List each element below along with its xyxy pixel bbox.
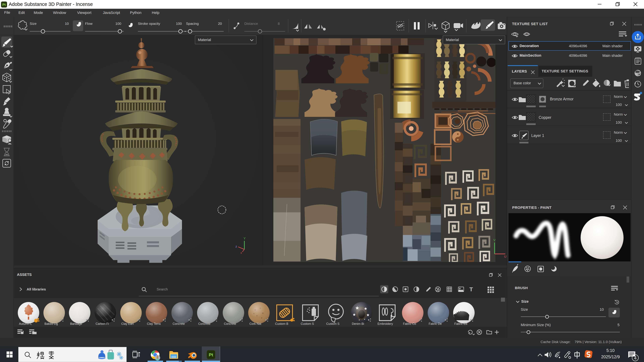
svg-text:Pt: Pt: [209, 352, 213, 357]
svg-text:4: 4: [634, 356, 636, 361]
svg-text:T: T: [470, 286, 473, 293]
svg-text:Spacing: Spacing: [186, 22, 199, 25]
svg-text:20: 20: [218, 22, 222, 25]
svg-text:8: 8: [278, 22, 280, 25]
svg-text:100: 100: [176, 22, 182, 25]
svg-text:x: x: [240, 251, 242, 254]
svg-text:Flow: Flow: [85, 22, 92, 25]
svg-text:100: 100: [116, 22, 121, 25]
svg-text:Y: Y: [244, 237, 246, 240]
svg-text:z: z: [236, 245, 237, 248]
svg-text:Distance: Distance: [244, 22, 258, 25]
svg-text:Stroke opacity: Stroke opacity: [138, 22, 160, 25]
svg-text:Pt: Pt: [2, 3, 6, 6]
svg-text:Size: Size: [30, 22, 36, 25]
svg-text:U: U: [504, 255, 506, 258]
svg-text:V: V: [494, 239, 496, 242]
svg-text:10: 10: [65, 22, 69, 25]
svg-text:1: 1: [526, 33, 527, 36]
